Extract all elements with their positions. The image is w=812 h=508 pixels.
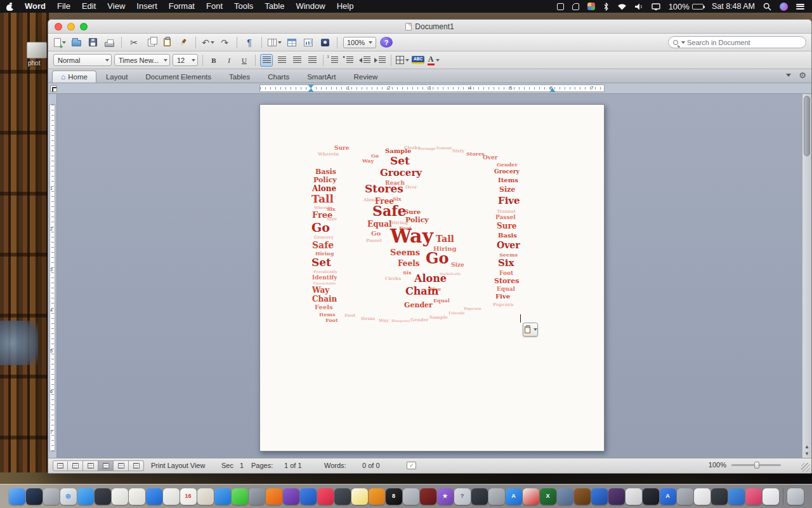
menu-item-edit[interactable]: Edit bbox=[76, 0, 102, 13]
desktop-file-icon[interactable] bbox=[27, 42, 47, 58]
style-dropdown[interactable]: Normal bbox=[53, 54, 112, 66]
dock-icon-orange-sphere[interactable] bbox=[369, 488, 385, 505]
dock-icon-pdf-reader[interactable] bbox=[523, 488, 539, 505]
print-button[interactable] bbox=[103, 36, 115, 50]
open-button[interactable] bbox=[70, 36, 82, 50]
show-formatting-button[interactable]: ¶ bbox=[243, 36, 256, 50]
tab-document-elements[interactable]: Document Elements bbox=[137, 71, 219, 83]
bold-button[interactable]: B bbox=[207, 54, 220, 67]
help-button[interactable]: ? bbox=[380, 37, 393, 48]
menu-item-format[interactable]: Format bbox=[163, 0, 200, 13]
menu-item-window[interactable]: Window bbox=[290, 0, 331, 13]
dock-icon-firefox[interactable] bbox=[266, 488, 282, 505]
dock-icon-gray-app-2[interactable] bbox=[677, 488, 693, 505]
dock-icon-itunes[interactable] bbox=[317, 488, 334, 505]
dock-icon-keynote-blue[interactable] bbox=[146, 488, 162, 505]
box-sync-icon[interactable] bbox=[572, 3, 579, 10]
dock-icon-help-app[interactable]: ? bbox=[454, 488, 471, 505]
dock-icon-dark-app-2[interactable] bbox=[711, 488, 728, 505]
paste-options-button[interactable] bbox=[523, 323, 538, 337]
menu-item-table[interactable]: Table bbox=[259, 0, 290, 13]
zoom-dropdown[interactable]: 100% bbox=[343, 37, 376, 48]
paste-button[interactable] bbox=[160, 36, 173, 50]
tab-smartart[interactable]: SmartArt bbox=[299, 71, 344, 83]
dock-icon-dark-circle-app[interactable] bbox=[471, 488, 488, 505]
tab-tables[interactable]: Tables bbox=[221, 71, 258, 83]
search-scope-arrow[interactable] bbox=[681, 41, 685, 44]
dock-icon-blue-a-app[interactable]: A bbox=[660, 488, 676, 505]
dock-icon-trash[interactable] bbox=[787, 488, 804, 505]
wordcloud-image[interactable]: SureSampleClerksGoWayTeenageTransatSixty… bbox=[310, 145, 528, 326]
dock-icon-blue-sphere[interactable] bbox=[591, 488, 608, 505]
dock-icon-textedit[interactable] bbox=[112, 488, 128, 505]
menu-item-word[interactable]: Word bbox=[19, 0, 51, 13]
draft-view-button[interactable] bbox=[53, 460, 68, 471]
dropbox-icon[interactable] bbox=[557, 3, 564, 10]
spelling-status-icon[interactable]: ✓ bbox=[407, 462, 416, 469]
zoom-slider-thumb[interactable] bbox=[754, 462, 759, 469]
dock-icon-dark-red-app[interactable] bbox=[420, 488, 436, 505]
font-size-dropdown[interactable]: 12 bbox=[173, 54, 198, 66]
italic-button[interactable]: I bbox=[223, 54, 235, 67]
dock-icon-light-gray-app[interactable] bbox=[403, 488, 419, 505]
dock-icon-calendar[interactable]: 16 bbox=[180, 488, 197, 505]
focus-view-button[interactable] bbox=[129, 460, 144, 471]
cut-button[interactable]: ✂ bbox=[128, 36, 140, 50]
dock-icon-silver-sphere[interactable] bbox=[488, 488, 505, 505]
dock-icon-pink-app[interactable] bbox=[745, 488, 762, 505]
scroll-down-arrow[interactable]: ▼ bbox=[804, 451, 809, 457]
format-painter-button[interactable] bbox=[177, 36, 190, 50]
tab-review[interactable]: Review bbox=[346, 71, 386, 83]
print-layout-view-button[interactable] bbox=[98, 460, 114, 471]
dock-icon-contacts[interactable] bbox=[197, 488, 214, 505]
scripts-menu-icon[interactable] bbox=[587, 3, 595, 10]
desktop-file-label[interactable]: phot bbox=[28, 60, 40, 67]
dock-icon-media-purple[interactable] bbox=[608, 488, 625, 505]
table-button[interactable] bbox=[285, 36, 298, 50]
dock-icon-purple-star[interactable]: ★ bbox=[437, 488, 454, 505]
dock-icon-dropbox[interactable] bbox=[214, 488, 231, 505]
menu-item-file[interactable]: File bbox=[51, 0, 76, 13]
close-button[interactable] bbox=[55, 23, 62, 30]
window-title-bar[interactable]: Document1 bbox=[48, 20, 811, 34]
columns-button[interactable] bbox=[268, 36, 282, 50]
scroll-up-arrow[interactable]: ▲ bbox=[804, 444, 809, 450]
menu-item-view[interactable]: View bbox=[102, 0, 131, 13]
dock-icon-notes[interactable] bbox=[351, 488, 368, 505]
font-dropdown[interactable]: Times New... bbox=[114, 54, 170, 66]
justify-button[interactable] bbox=[306, 54, 318, 67]
highlight-button[interactable]: ABC bbox=[412, 54, 424, 67]
dock-icon-eight-ball[interactable]: 8 bbox=[386, 488, 402, 505]
dock-icon-messages[interactable] bbox=[232, 488, 248, 505]
dock-icon-white-app-3[interactable] bbox=[763, 488, 779, 505]
tab-home[interactable]: ⌂Home bbox=[52, 70, 96, 83]
dock-icon-finder[interactable] bbox=[9, 488, 25, 505]
zoom-slider[interactable] bbox=[731, 464, 781, 466]
minimize-button[interactable] bbox=[67, 23, 75, 30]
left-indent-marker[interactable] bbox=[308, 88, 314, 92]
tab-charts[interactable]: Charts bbox=[259, 71, 298, 83]
dock-icon-dark-gray-app[interactable] bbox=[334, 488, 351, 505]
words-label[interactable]: Words: bbox=[324, 462, 346, 469]
bullet-list-button[interactable] bbox=[343, 54, 356, 67]
spotlight-icon[interactable] bbox=[763, 3, 771, 11]
numbered-list-button[interactable] bbox=[328, 54, 341, 67]
dock-icon-mail[interactable] bbox=[77, 488, 94, 505]
vertical-ruler[interactable]: 1234567 bbox=[48, 94, 57, 458]
zoom-button[interactable] bbox=[80, 23, 88, 30]
dock-icon-excel[interactable]: X bbox=[540, 488, 556, 505]
dock-icon-blue-gray-app[interactable] bbox=[557, 488, 573, 505]
siri-icon[interactable] bbox=[780, 3, 788, 11]
tab-layout[interactable]: Layout bbox=[98, 71, 136, 83]
new-document-button[interactable] bbox=[53, 36, 66, 50]
gear-icon[interactable]: ⚙ bbox=[799, 71, 806, 79]
dock-icon-gray-globe[interactable] bbox=[249, 488, 265, 505]
dock-icon-wood-app[interactable] bbox=[574, 488, 591, 505]
menu-bar-clock[interactable]: Sat 8:48 AM bbox=[712, 2, 755, 11]
decrease-indent-button[interactable] bbox=[358, 54, 371, 67]
dock-icon-dark-app[interactable] bbox=[95, 488, 111, 505]
dock-icon-purple-app[interactable] bbox=[283, 488, 299, 505]
increase-indent-button[interactable] bbox=[374, 54, 386, 67]
chart-button[interactable] bbox=[302, 36, 315, 50]
borders-button[interactable] bbox=[396, 54, 409, 67]
